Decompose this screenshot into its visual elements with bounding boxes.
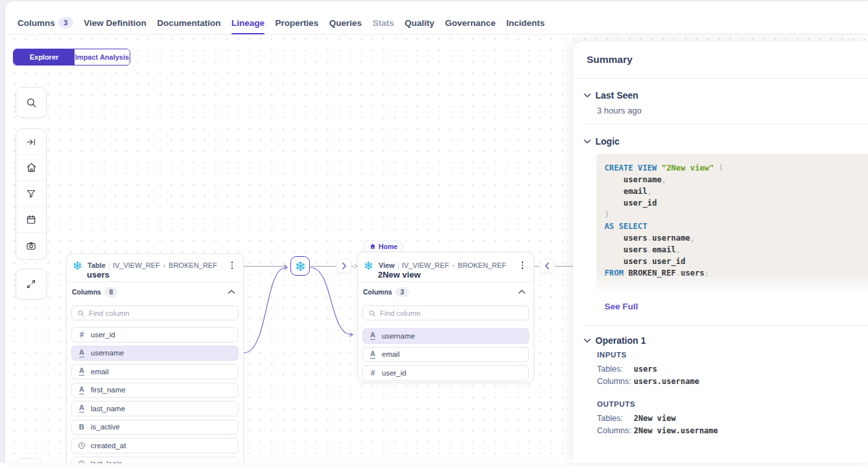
node-database-crumb[interactable]: BROKEN_REF bbox=[169, 261, 217, 269]
chevron-right-icon: › bbox=[163, 261, 166, 269]
sql-code-block: CREATE VIEW "2New view" ( username, emai… bbox=[596, 154, 868, 293]
collapse-columns-button[interactable] bbox=[518, 289, 526, 294]
fullscreen-button[interactable] bbox=[16, 269, 46, 299]
column-row-created_at[interactable]: created_at bbox=[71, 438, 239, 453]
code-token-id: username bbox=[652, 234, 690, 243]
column-row-email[interactable]: Aemail bbox=[362, 347, 529, 363]
code-line: users.email, bbox=[605, 244, 860, 256]
view-node-2new-view[interactable]: View IV_VIEW_REF › BROKEN_REF 2New view … bbox=[357, 252, 534, 383]
code-token-p: , bbox=[648, 187, 652, 196]
code-token-id: users bbox=[624, 234, 648, 243]
process-node[interactable] bbox=[290, 256, 310, 276]
tab-view-definition[interactable]: View Definition bbox=[84, 1, 147, 34]
code-line: AS SELECT bbox=[605, 221, 860, 232]
screenshot-button[interactable] bbox=[16, 233, 46, 259]
operation-row: Columns:users.username bbox=[597, 377, 868, 386]
column-type-icon: A bbox=[77, 349, 86, 357]
see-full-link[interactable]: See Full bbox=[605, 302, 639, 311]
code-token-p: ( bbox=[714, 163, 723, 173]
find-column-input[interactable]: Find column bbox=[362, 305, 529, 320]
home-icon bbox=[369, 243, 376, 250]
menu-dot bbox=[522, 261, 523, 263]
column-row-last_name[interactable]: Alast_name bbox=[71, 401, 239, 416]
code-token-p bbox=[605, 257, 624, 266]
code-token-p: . bbox=[648, 234, 652, 243]
canvas-tools-card bbox=[16, 128, 47, 259]
boolean-type-icon: B bbox=[79, 423, 84, 431]
string-type-icon: A bbox=[370, 350, 375, 359]
operation-row: Tables:2New view bbox=[597, 414, 868, 423]
column-type-icon: A bbox=[77, 404, 86, 413]
bottom-control-card[interactable] bbox=[16, 458, 41, 463]
last-seen-section-header[interactable]: Last Seen bbox=[573, 78, 868, 101]
code-token-p: ) bbox=[605, 210, 609, 219]
node-menu-button[interactable] bbox=[229, 260, 235, 270]
number-type-icon: # bbox=[80, 330, 84, 339]
code-token-p: , bbox=[676, 245, 681, 254]
tab-documentation[interactable]: Documentation bbox=[157, 1, 220, 34]
home-button[interactable] bbox=[16, 155, 46, 181]
find-column-placeholder: Find column bbox=[380, 309, 421, 317]
tab-incidents[interactable]: Incidents bbox=[506, 1, 545, 34]
search-button[interactable] bbox=[16, 88, 46, 117]
code-line: users.username, bbox=[605, 232, 860, 244]
node-menu-button[interactable] bbox=[519, 260, 526, 270]
filter-button[interactable] bbox=[16, 181, 46, 207]
tab-governance[interactable]: Governance bbox=[445, 1, 495, 34]
inputs-rows: Tables:usersColumns:users.username bbox=[597, 365, 868, 386]
explorer-toggle-button[interactable]: Explorer bbox=[14, 49, 75, 65]
tab-quality[interactable]: Quality bbox=[405, 1, 434, 34]
column-type-icon: A bbox=[368, 331, 377, 340]
table-node-users[interactable]: Table IV_VIEW_REF › BROKEN_REF users Col… bbox=[66, 254, 244, 463]
tab-columns[interactable]: Columns3 bbox=[18, 1, 73, 34]
node-schema-crumb[interactable]: IV_VIEW_REF bbox=[402, 261, 449, 269]
chevron-down-icon bbox=[583, 93, 591, 98]
column-row-username[interactable]: Ausername bbox=[362, 328, 529, 344]
column-row-user_id[interactable]: #user_id bbox=[71, 327, 239, 342]
column-row-username[interactable]: Ausername bbox=[71, 346, 239, 361]
menu-dot bbox=[231, 265, 233, 266]
tab-queries[interactable]: Queries bbox=[329, 1, 362, 34]
filter-icon bbox=[25, 188, 37, 200]
node-schema-crumb[interactable]: IV_VIEW_REF bbox=[113, 261, 160, 269]
operation-row-value: users.username bbox=[634, 377, 699, 386]
column-name: first_name bbox=[91, 386, 126, 394]
calendar-button[interactable] bbox=[16, 207, 46, 233]
column-row-is_active[interactable]: Bis_active bbox=[71, 420, 239, 435]
impact-analysis-toggle-button[interactable]: Impact Analysis bbox=[75, 49, 130, 65]
column-row-last_login[interactable]: last_login bbox=[71, 457, 239, 464]
node-database-crumb[interactable]: BROKEN_REF bbox=[458, 261, 506, 269]
column-row-first_name[interactable]: Afirst_name bbox=[71, 383, 239, 398]
column-row-email[interactable]: Aemail bbox=[71, 364, 239, 379]
tab-stats[interactable]: Stats bbox=[373, 1, 394, 34]
tab-lineage[interactable]: Lineage bbox=[231, 1, 264, 34]
operation-row-label: Columns: bbox=[597, 377, 634, 386]
summary-panel: Summary Last Seen 3 hours ago Logi bbox=[573, 42, 868, 463]
column-name: is_active bbox=[91, 423, 120, 431]
lineage-page: Columns3View DefinitionDocumentationLine… bbox=[0, 0, 868, 467]
column-type-icon: B bbox=[77, 423, 86, 431]
string-type-icon: A bbox=[79, 386, 84, 394]
find-column-input[interactable]: Find column bbox=[71, 305, 239, 320]
skip-to-end-button[interactable] bbox=[16, 129, 46, 155]
operation-section-header[interactable]: Operation 1 bbox=[573, 326, 868, 346]
operation-row: Columns:2New view.username bbox=[597, 426, 868, 435]
collapse-columns-button[interactable] bbox=[228, 289, 235, 294]
node-title[interactable]: 2New view bbox=[378, 270, 526, 280]
expand-right-edge-button[interactable] bbox=[337, 259, 351, 273]
column-row-user_id[interactable]: #user_id bbox=[362, 365, 529, 381]
snowflake-icon bbox=[295, 261, 306, 272]
code-token-p bbox=[605, 234, 624, 243]
column-type-icon: A bbox=[77, 386, 86, 394]
expand-left-edge-button[interactable] bbox=[540, 259, 554, 273]
chevron-up-icon bbox=[518, 289, 526, 294]
home-icon bbox=[25, 162, 38, 174]
node-header: Table IV_VIEW_REF › BROKEN_REF users bbox=[67, 254, 243, 281]
logic-section-header[interactable]: Logic bbox=[573, 125, 868, 147]
node-type-label: View bbox=[379, 261, 395, 269]
section-body: 3 hours ago bbox=[573, 106, 868, 115]
node-title[interactable]: users bbox=[87, 270, 235, 280]
tab-properties[interactable]: Properties bbox=[276, 1, 319, 34]
code-token-id: user_id bbox=[624, 198, 657, 208]
expand-icon bbox=[25, 278, 37, 290]
